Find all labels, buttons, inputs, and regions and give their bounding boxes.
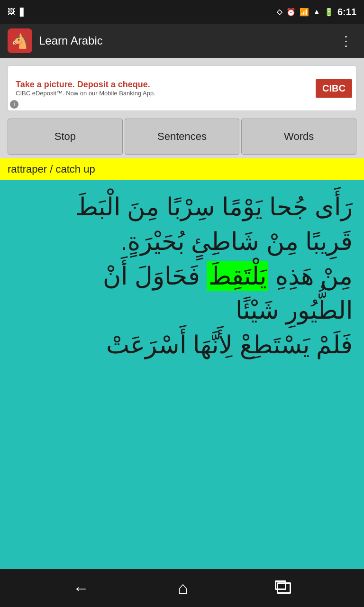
arabic-line-2: قَرِيبًا مِنْ شَاطِئٍ بُحَيْرَةٍ. [11, 224, 353, 259]
recents-button[interactable] [267, 578, 300, 598]
arabic-line3-before: فَحَاوَلَ أَنْ [103, 262, 200, 290]
recents-icon [277, 582, 291, 594]
arabic-line-1: رَأَى جُحا يَوْمًا سِرْبًا مِنَ الْبَطَ [11, 190, 353, 224]
wifi-icon: 📶 [300, 8, 309, 17]
signal-bars-icon: ▋ [20, 8, 26, 17]
back-icon: ← [73, 579, 89, 598]
ad-content: Take a picture. Deposit a cheque. CIBC e… [8, 74, 316, 102]
arabic-line3-after: مِنْ هَذِهِ [275, 262, 353, 290]
overflow-menu-button[interactable]: ⋮ [336, 29, 356, 53]
home-button[interactable]: ⌂ [168, 573, 198, 603]
ad-title: Take a picture. Deposit a cheque. [16, 80, 308, 90]
info-icon: i [10, 100, 18, 109]
arabic-line-4: الطُّيُورِ شَيْئًا [11, 293, 353, 328]
arabic-line-5: فَلَمْ يَسْتَطِعْ لِأَنَّهَا أَسْرَعَتْ [11, 328, 353, 362]
battery-icon: 🔋 [324, 8, 334, 17]
arabic-text-area: رَأَى جُحا يَوْمًا سِرْبًا مِنَ الْبَطَ … [0, 180, 364, 569]
stop-button[interactable]: Stop [8, 119, 123, 155]
sentences-button[interactable]: Sentences [125, 119, 240, 155]
sim-icon: ◇ [277, 8, 282, 16]
status-bar: 🖼 ▋ ◇ ⏰ 📶 ▲ 🔋 6:11 [0, 0, 364, 24]
back-button[interactable]: ← [64, 574, 99, 602]
app-icon: 🐴 [8, 28, 32, 53]
status-bar-right-icons: ◇ ⏰ 📶 ▲ 🔋 6:11 [277, 7, 356, 18]
ad-banner[interactable]: Take a picture. Deposit a cheque. CIBC e… [8, 65, 356, 111]
status-bar-left-icons: 🖼 ▋ [8, 8, 26, 17]
button-row: Stop Sentences Words [8, 119, 356, 155]
ad-subtitle: CIBC eDeposit™. Now on our Mobile Bankin… [16, 90, 308, 97]
home-icon: ⌂ [178, 578, 188, 598]
cell-signal-icon: ▲ [313, 8, 320, 16]
image-icon: 🖼 [8, 8, 15, 16]
translation-bar: rattraper / catch up [0, 158, 364, 180]
app-bar: 🐴 Learn Arabic ⋮ [0, 24, 364, 58]
ad-logo: CIBC [316, 79, 352, 98]
arabic-line-3: مِنْ هَذِهِ يَلْتَقِطَ فَحَاوَلَ أَنْ [11, 259, 353, 294]
status-time: 6:11 [337, 7, 356, 18]
words-button[interactable]: Words [241, 119, 356, 155]
nav-bar: ← ⌂ [0, 569, 364, 607]
translation-text: rattraper / catch up [8, 163, 95, 175]
arabic-highlighted-word: يَلْتَقِطَ [207, 261, 268, 291]
app-logo-emoji: 🐴 [11, 33, 29, 49]
alarm-icon: ⏰ [286, 8, 296, 17]
main-content: Take a picture. Deposit a cheque. CIBC e… [0, 58, 364, 569]
app-title: Learn Arabic [39, 34, 329, 47]
